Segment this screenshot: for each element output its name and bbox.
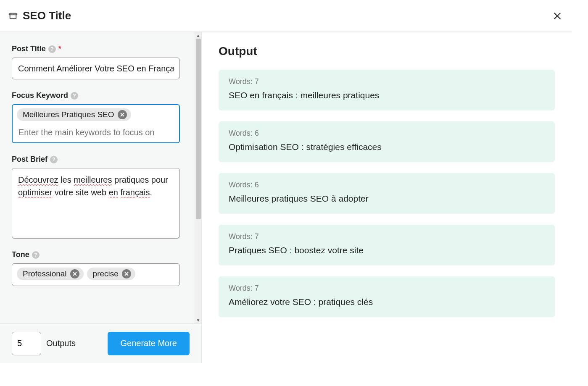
outputs-group: Outputs <box>12 332 76 355</box>
scroll-down-icon[interactable]: ▼ <box>195 317 201 323</box>
remove-chip-icon[interactable] <box>118 110 127 119</box>
focus-keyword-input[interactable]: Meilleures Pratiques SEO <box>12 104 180 143</box>
help-icon[interactable]: ? <box>50 156 58 163</box>
output-text: SEO en français : meilleures pratiques <box>229 90 545 100</box>
outputs-count-input[interactable] <box>12 332 41 355</box>
help-icon[interactable]: ? <box>32 251 40 259</box>
focus-keyword-label: Focus Keyword ? <box>12 91 183 100</box>
tone-label: Tone ? <box>12 250 183 259</box>
svg-rect-0 <box>10 13 16 18</box>
output-word-count: Words: 6 <box>229 181 545 189</box>
post-title-input[interactable] <box>12 58 180 79</box>
output-text: Optimisation SEO : stratégies efficaces <box>229 142 545 152</box>
tone-chip-text: Professional <box>23 269 67 278</box>
window-icon <box>8 11 18 21</box>
focus-keyword-text-input[interactable] <box>17 124 175 139</box>
form-area: Post Title ? * Focus Keyword ? <box>0 32 195 323</box>
generate-more-button[interactable]: Generate More <box>108 332 190 355</box>
output-text: Pratiques SEO : boostez votre site <box>229 245 545 255</box>
scroll-up-icon[interactable]: ▲ <box>195 32 201 39</box>
tone-chip: precise <box>87 268 135 280</box>
footer-bar: Outputs Generate More <box>0 323 201 363</box>
resize-handle-icon[interactable] <box>174 232 179 237</box>
output-word-count: Words: 7 <box>229 77 545 86</box>
help-icon[interactable]: ? <box>48 45 56 53</box>
tone-chip: Professional <box>17 268 84 280</box>
seo-title-modal: SEO Title Post Title ? * <box>0 0 572 361</box>
post-brief-label-text: Post Brief <box>12 155 47 164</box>
output-panel: Output Words: 7SEO en français : meilleu… <box>202 32 572 363</box>
tone-chip-text: precise <box>93 269 119 278</box>
field-post-title: Post Title ? * <box>12 45 183 79</box>
field-post-brief: Post Brief ? Découvrez les meilleures pr… <box>12 155 183 239</box>
help-icon[interactable]: ? <box>71 92 78 100</box>
scroll-thumb[interactable] <box>196 39 201 219</box>
tone-label-text: Tone <box>12 250 29 259</box>
post-title-label-text: Post Title <box>12 45 46 53</box>
form-scroll-wrap: Post Title ? * Focus Keyword ? <box>0 32 201 323</box>
output-card[interactable]: Words: 7Améliorez votre SEO : pratiques … <box>219 276 555 317</box>
keyword-chip-text: Meilleures Pratiques SEO <box>23 110 114 119</box>
output-card[interactable]: Words: 7Pratiques SEO : boostez votre si… <box>219 225 555 265</box>
tone-input[interactable]: Professional precise <box>12 263 180 286</box>
field-focus-keyword: Focus Keyword ? Meilleures Pratiques SEO <box>12 91 183 143</box>
output-card[interactable]: Words: 6Optimisation SEO : stratégies ef… <box>219 121 555 162</box>
post-brief-label: Post Brief ? <box>12 155 183 164</box>
focus-keyword-label-text: Focus Keyword <box>12 91 68 100</box>
output-word-count: Words: 6 <box>229 129 545 138</box>
left-panel: Post Title ? * Focus Keyword ? <box>0 32 202 363</box>
required-star-icon: * <box>58 45 61 53</box>
scrollbar[interactable]: ▲ ▼ <box>195 32 201 323</box>
keyword-chip: Meilleures Pratiques SEO <box>17 108 131 121</box>
output-heading: Output <box>219 45 555 58</box>
svg-line-8 <box>174 237 179 239</box>
modal-title-wrap: SEO Title <box>8 9 71 22</box>
output-word-count: Words: 7 <box>229 232 545 241</box>
modal-header: SEO Title <box>0 0 572 32</box>
post-brief-input[interactable]: Découvrez les meilleures pratiques pour … <box>12 168 180 239</box>
modal-title: SEO Title <box>23 9 71 22</box>
remove-chip-icon[interactable] <box>70 269 79 278</box>
outputs-label: Outputs <box>46 339 76 348</box>
output-card[interactable]: Words: 6Meilleures pratiques SEO à adopt… <box>219 173 555 214</box>
output-text: Meilleures pratiques SEO à adopter <box>229 194 545 204</box>
output-list: Words: 7SEO en français : meilleures pra… <box>219 70 555 317</box>
output-card[interactable]: Words: 7SEO en français : meilleures pra… <box>219 70 555 110</box>
output-word-count: Words: 7 <box>229 284 545 293</box>
modal-body: Post Title ? * Focus Keyword ? <box>0 32 572 363</box>
post-title-label: Post Title ? * <box>12 45 183 53</box>
field-tone: Tone ? Professional precise <box>12 250 183 286</box>
output-text: Améliorez votre SEO : pratiques clés <box>229 297 545 307</box>
remove-chip-icon[interactable] <box>122 269 131 278</box>
close-button[interactable] <box>551 10 563 22</box>
